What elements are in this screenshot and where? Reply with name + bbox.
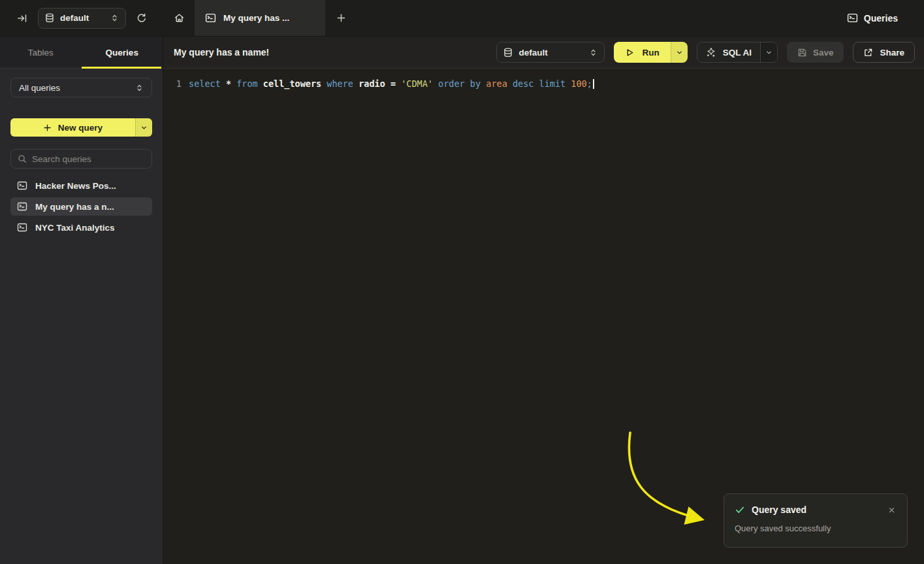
- tab-my-query[interactable]: My query has ...: [195, 0, 325, 36]
- code-token: desc limit: [513, 78, 571, 89]
- search-icon: [18, 154, 27, 163]
- code-line-content: select * from cell_towers where radio = …: [189, 77, 594, 90]
- main-panel: My query has a name! default: [163, 37, 924, 564]
- query-filter-value: All queries: [19, 83, 135, 93]
- share-button[interactable]: Share: [853, 42, 915, 63]
- code-token: select: [189, 78, 226, 89]
- chevron-updown-icon: [135, 84, 144, 92]
- terminal-icon: [17, 222, 27, 233]
- play-icon: [625, 48, 635, 58]
- search-queries-box: [10, 149, 152, 169]
- new-query-main[interactable]: New query: [10, 118, 135, 137]
- check-icon: [735, 505, 745, 515]
- database-selector-value: default: [60, 13, 104, 23]
- chevron-down-icon: [676, 49, 683, 56]
- new-query-button[interactable]: New query: [10, 118, 152, 137]
- toast-query-saved: Query saved Query saved successfully: [724, 493, 908, 548]
- terminal-icon: [847, 12, 858, 24]
- sql-ai-dropdown[interactable]: [760, 42, 777, 62]
- query-toolbar: default Run: [496, 42, 915, 63]
- new-query-label: New query: [58, 123, 103, 133]
- home-icon: [174, 12, 185, 24]
- tab-tables[interactable]: Tables: [0, 37, 82, 68]
- database-icon: [503, 48, 513, 58]
- query-filter-select[interactable]: All queries: [10, 78, 152, 97]
- terminal-icon: [17, 180, 27, 191]
- sql-ai-label: SQL AI: [723, 48, 752, 58]
- query-item-label: NYC Taxi Analytics: [35, 223, 115, 233]
- save-button[interactable]: Save: [787, 42, 844, 63]
- save-label: Save: [813, 48, 834, 58]
- terminal-icon: [17, 201, 27, 212]
- query-list: Hacker News Pos... My query has a n... N…: [10, 176, 152, 237]
- text-cursor: [593, 79, 594, 89]
- query-header: My query has a name! default: [163, 37, 924, 69]
- database-icon: [45, 13, 54, 23]
- code-token: 'CDMA': [401, 78, 438, 89]
- code-token: where: [327, 78, 358, 89]
- code-token: radio: [358, 78, 390, 89]
- new-query-dropdown[interactable]: [135, 118, 152, 137]
- chevron-updown-icon: [589, 48, 597, 57]
- chevron-updown-icon: [110, 14, 119, 22]
- run-button[interactable]: Run: [614, 42, 687, 63]
- line-number: 1: [174, 77, 182, 90]
- sidebar: Tables Queries All queries New query: [0, 37, 163, 564]
- tab-home[interactable]: [163, 0, 195, 36]
- tab-label: My query has ...: [223, 13, 289, 23]
- query-item-label: My query has a n...: [35, 202, 114, 212]
- collapse-sidebar-button[interactable]: [12, 8, 33, 29]
- query-item-label: Hacker News Pos...: [35, 181, 116, 191]
- run-dropdown[interactable]: [671, 42, 688, 63]
- query-title: My query has a name!: [174, 47, 269, 58]
- chevron-down-icon: [765, 49, 773, 56]
- tab-queries[interactable]: Queries: [82, 37, 163, 68]
- code-token: ;: [587, 78, 592, 89]
- new-tab-button[interactable]: [325, 0, 357, 36]
- toast-message: Query saved successfully: [735, 523, 897, 533]
- sidebar-content: All queries New query: [0, 69, 163, 237]
- code-token: *: [226, 78, 236, 89]
- sql-ai-button[interactable]: SQL AI: [697, 42, 778, 63]
- toast-title: Query saved: [752, 505, 806, 515]
- queries-panel-label: Queries: [864, 13, 898, 24]
- code-token: 100: [571, 78, 586, 89]
- sql-ai-main[interactable]: SQL AI: [697, 42, 760, 62]
- collapse-sidebar-icon: [17, 13, 27, 24]
- run-main[interactable]: Run: [614, 42, 670, 63]
- topbar-left: default: [0, 0, 163, 36]
- chevron-down-icon: [140, 124, 148, 131]
- code-token: cell_towers: [263, 78, 327, 89]
- code-token: order by: [438, 78, 486, 89]
- code-line: 1 select * from cell_towers where radio …: [174, 77, 924, 90]
- sparkles-icon: [706, 47, 716, 58]
- toolbar-database-value: default: [518, 48, 583, 58]
- plus-icon: [336, 13, 346, 23]
- query-list-item[interactable]: NYC Taxi Analytics: [10, 218, 152, 237]
- save-icon: [797, 48, 807, 58]
- sql-editor[interactable]: 1 select * from cell_towers where radio …: [163, 69, 924, 90]
- run-label: Run: [642, 48, 659, 58]
- database-selector[interactable]: default: [38, 8, 126, 29]
- queries-panel-toggle[interactable]: Queries: [847, 12, 898, 24]
- query-list-item-selected[interactable]: My query has a n...: [10, 197, 152, 216]
- topbar-right: Queries: [847, 0, 924, 36]
- tabstrip: My query has ...: [163, 0, 357, 36]
- plus-icon: [43, 124, 52, 132]
- toolbar-database-selector[interactable]: default: [496, 42, 605, 63]
- toast-header: Query saved: [735, 505, 897, 515]
- share-icon: [863, 48, 873, 58]
- code-token: area: [486, 78, 513, 89]
- topbar: default: [0, 0, 924, 37]
- refresh-button[interactable]: [131, 8, 152, 29]
- close-icon: [888, 506, 895, 514]
- refresh-icon: [136, 13, 147, 24]
- query-list-item[interactable]: Hacker News Pos...: [10, 176, 152, 195]
- sidebar-tabs: Tables Queries: [0, 37, 163, 69]
- share-label: Share: [880, 48, 904, 58]
- code-token: =: [390, 78, 401, 89]
- toast-close-button[interactable]: [886, 505, 897, 515]
- terminal-icon: [205, 12, 216, 24]
- search-queries-input[interactable]: [32, 154, 148, 164]
- code-token: from: [236, 78, 263, 89]
